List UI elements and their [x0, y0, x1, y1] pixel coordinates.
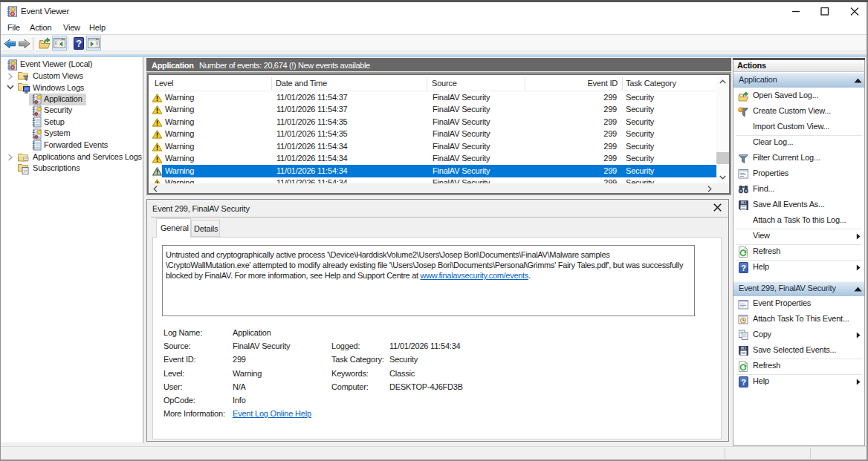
svg-text:?: ?	[741, 264, 746, 272]
svg-text:?: ?	[741, 378, 746, 387]
svg-text:?: ?	[76, 39, 82, 49]
